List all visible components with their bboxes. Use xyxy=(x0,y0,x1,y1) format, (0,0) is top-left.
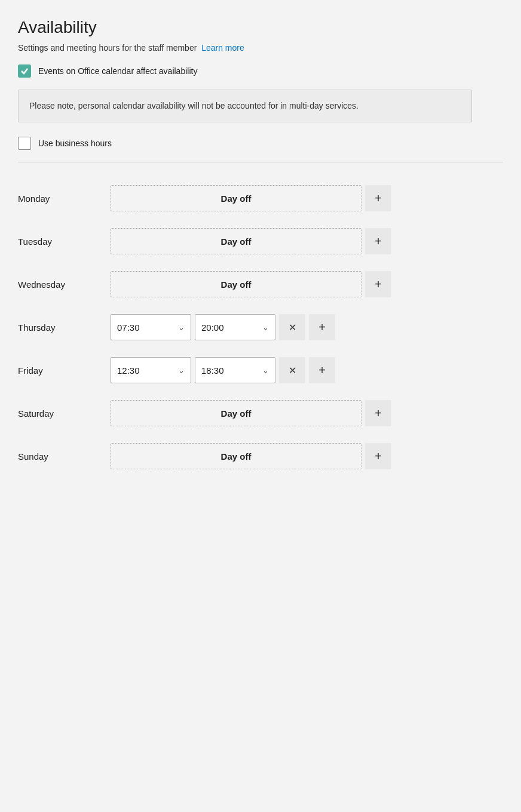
end-time-select-friday[interactable]: 18:30⌄ xyxy=(195,357,275,383)
start-time-value-thursday: 07:30 xyxy=(117,322,140,333)
day-label-saturday: Saturday xyxy=(18,408,111,419)
day-controls-thursday: 07:30⌄20:00⌄✕+ xyxy=(111,314,503,340)
start-time-value-friday: 12:30 xyxy=(117,365,140,376)
day-controls-sunday: Day off+ xyxy=(111,443,503,469)
add-time-button-sunday[interactable]: + xyxy=(365,443,391,469)
add-time-button-tuesday[interactable]: + xyxy=(365,228,391,254)
add-time-button-saturday[interactable]: + xyxy=(365,400,391,426)
day-row-thursday: Thursday07:30⌄20:00⌄✕+ xyxy=(18,306,503,349)
day-controls-tuesday: Day off+ xyxy=(111,228,503,254)
end-time-select-thursday[interactable]: 20:00⌄ xyxy=(195,314,275,340)
remove-time-button-thursday[interactable]: ✕ xyxy=(279,314,305,340)
day-label-tuesday: Tuesday xyxy=(18,236,111,247)
day-controls-saturday: Day off+ xyxy=(111,400,503,426)
end-time-chevron-thursday: ⌄ xyxy=(262,323,269,332)
start-time-chevron-friday: ⌄ xyxy=(178,366,185,375)
day-controls-monday: Day off+ xyxy=(111,185,503,211)
day-off-tuesday: Day off xyxy=(111,228,361,254)
learn-more-link[interactable]: Learn more xyxy=(201,43,244,53)
end-time-value-friday: 18:30 xyxy=(201,365,224,376)
day-row-sunday: SundayDay off+ xyxy=(18,435,503,478)
day-off-saturday: Day off xyxy=(111,400,361,426)
day-row-saturday: SaturdayDay off+ xyxy=(18,392,503,435)
day-row-friday: Friday12:30⌄18:30⌄✕+ xyxy=(18,349,503,392)
divider xyxy=(18,162,503,162)
day-controls-wednesday: Day off+ xyxy=(111,271,503,297)
remove-time-button-friday[interactable]: ✕ xyxy=(279,357,305,383)
add-time-button-friday[interactable]: + xyxy=(309,357,335,383)
office-calendar-checkbox[interactable] xyxy=(18,64,31,78)
schedule-grid: MondayDay off+TuesdayDay off+WednesdayDa… xyxy=(18,177,503,478)
day-off-wednesday: Day off xyxy=(111,271,361,297)
end-time-chevron-friday: ⌄ xyxy=(262,366,269,375)
info-text: Please note, personal calendar availabil… xyxy=(29,100,461,112)
day-controls-friday: 12:30⌄18:30⌄✕+ xyxy=(111,357,503,383)
business-hours-label: Use business hours xyxy=(38,139,112,148)
end-time-value-thursday: 20:00 xyxy=(201,322,224,333)
day-label-wednesday: Wednesday xyxy=(18,279,111,290)
page-title: Availability xyxy=(18,18,503,37)
page-subtitle: Settings and meeting hours for the staff… xyxy=(18,43,503,53)
day-off-monday: Day off xyxy=(111,185,361,211)
business-hours-checkbox[interactable] xyxy=(18,137,31,150)
add-time-button-wednesday[interactable]: + xyxy=(365,271,391,297)
day-label-thursday: Thursday xyxy=(18,322,111,333)
start-time-chevron-thursday: ⌄ xyxy=(178,323,185,332)
day-row-monday: MondayDay off+ xyxy=(18,177,503,220)
office-calendar-label: Events on Office calendar affect availab… xyxy=(38,66,197,76)
add-time-button-monday[interactable]: + xyxy=(365,185,391,211)
info-box: Please note, personal calendar availabil… xyxy=(18,90,472,122)
start-time-select-thursday[interactable]: 07:30⌄ xyxy=(111,314,191,340)
day-row-wednesday: WednesdayDay off+ xyxy=(18,263,503,306)
day-row-tuesday: TuesdayDay off+ xyxy=(18,220,503,263)
day-label-monday: Monday xyxy=(18,193,111,204)
day-off-sunday: Day off xyxy=(111,443,361,469)
add-time-button-thursday[interactable]: + xyxy=(309,314,335,340)
day-label-friday: Friday xyxy=(18,365,111,376)
day-label-sunday: Sunday xyxy=(18,451,111,462)
start-time-select-friday[interactable]: 12:30⌄ xyxy=(111,357,191,383)
